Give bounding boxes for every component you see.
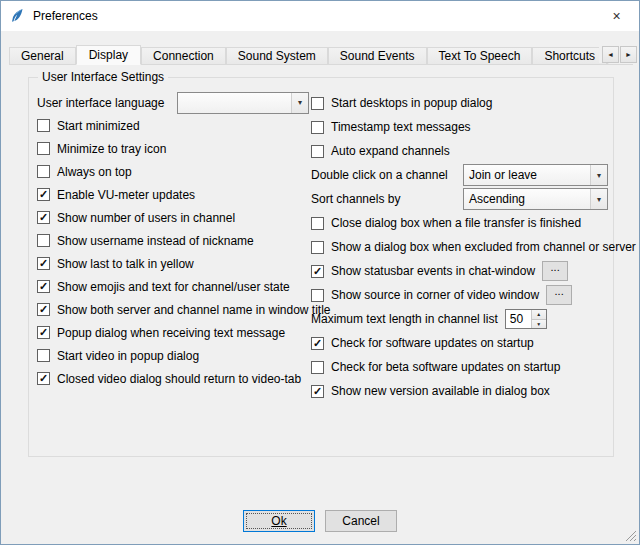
sort-channels-row: Sort channels by Ascending ▾ xyxy=(311,187,608,211)
checkbox-box: ✓ xyxy=(37,326,50,339)
sort-channels-combo[interactable]: Ascending ▾ xyxy=(463,188,608,210)
checkbox-emoji-text-state[interactable]: ✓ Show emojis and text for channel/user … xyxy=(37,275,309,298)
check-mark: ✓ xyxy=(39,281,48,292)
tab-scroll-left-button[interactable]: ◄ xyxy=(602,46,619,63)
checkbox-box: ✓ xyxy=(37,211,50,224)
statusbar-events-row: ✓ Show statusbar events in chat-window .… xyxy=(311,259,608,283)
ok-button[interactable]: Ok xyxy=(243,510,315,532)
checkbox-popup-text-message[interactable]: ✓ Popup dialog when receiving text messa… xyxy=(37,321,309,344)
video-source-config-button[interactable]: ... xyxy=(546,285,572,305)
checkbox-close-filetransfer-dialog[interactable]: Close dialog box when a file transfer is… xyxy=(311,211,608,235)
checkbox-box: ✓ xyxy=(37,257,50,270)
checkbox-box: ✓ xyxy=(37,188,50,201)
checkbox-timestamp-messages[interactable]: Timestamp text messages xyxy=(311,115,608,139)
tab-text-to-speech[interactable]: Text To Speech xyxy=(427,47,533,64)
checkbox-label: Show number of users in channel xyxy=(57,211,235,225)
checkbox-box xyxy=(37,119,50,132)
max-text-length-row: Maximum text length in channel list 50 ▲… xyxy=(311,307,608,331)
spin-value: 50 xyxy=(506,310,531,328)
checkbox-box xyxy=(311,97,324,110)
cancel-button-label: Cancel xyxy=(342,514,379,528)
sort-channels-label: Sort channels by xyxy=(311,192,400,206)
tab-label: Text To Speech xyxy=(439,49,521,63)
spin-up-button[interactable]: ▲ xyxy=(532,310,546,320)
checkbox-label: Show statusbar events in chat-window xyxy=(331,264,535,278)
spin-down-button[interactable]: ▼ xyxy=(532,320,546,329)
check-mark: ✓ xyxy=(39,304,48,315)
tab-label: Display xyxy=(89,48,128,62)
checkbox-label: Show emojis and text for channel/user st… xyxy=(57,280,290,294)
checkbox-label: Popup dialog when receiving text message xyxy=(57,326,285,340)
checkbox-video-source-corner[interactable] xyxy=(311,289,324,302)
close-button[interactable]: × xyxy=(594,1,639,30)
checkbox-label: Show a dialog box when excluded from cha… xyxy=(331,240,636,254)
statusbar-config-button[interactable]: ... xyxy=(542,261,568,281)
checkbox-vu-meter-updates[interactable]: ✓ Enable VU-meter updates xyxy=(37,183,309,206)
checkbox-label: Minimize to tray icon xyxy=(57,142,166,156)
checkbox-desktops-popup[interactable]: Start desktops in popup dialog xyxy=(311,91,608,115)
checkbox-box: ✓ xyxy=(37,280,50,293)
checkbox-show-username[interactable]: Show username instead of nickname xyxy=(37,229,309,252)
language-combo[interactable]: ▾ xyxy=(177,92,309,114)
tab-connection[interactable]: Connection xyxy=(141,47,226,64)
chevron-down-icon: ▾ xyxy=(590,165,607,185)
checkbox-video-return-tab[interactable]: ✓ Closed video dialog should return to v… xyxy=(37,367,309,390)
tab-shortcuts[interactable]: Shortcuts xyxy=(532,47,607,64)
tab-label: Connection xyxy=(153,49,214,63)
checkbox-label: Close dialog box when a file transfer is… xyxy=(331,216,581,230)
combo-value: Join or leave xyxy=(469,168,537,182)
checkbox-label: Show both server and channel name in win… xyxy=(57,303,331,317)
checkbox-box: ✓ xyxy=(311,337,324,350)
checkbox-box xyxy=(37,165,50,178)
cancel-button[interactable]: Cancel xyxy=(325,510,397,532)
resize-grip[interactable] xyxy=(625,530,637,542)
checkbox-last-talk-yellow[interactable]: ✓ Show last to talk in yellow xyxy=(37,252,309,275)
check-mark: ✓ xyxy=(313,338,322,349)
preferences-dialog: Preferences × General Display Connection… xyxy=(0,0,640,545)
check-mark: ✓ xyxy=(313,266,322,277)
checkbox-label: Closed video dialog should return to vid… xyxy=(57,372,301,386)
checkbox-new-version-dialog[interactable]: ✓ Show new version available in dialog b… xyxy=(311,379,608,403)
check-mark: ✓ xyxy=(39,258,48,269)
arrow-down-icon: ▼ xyxy=(536,321,541,327)
group-title: User Interface Settings xyxy=(38,70,168,84)
checkbox-always-on-top[interactable]: Always on top xyxy=(37,160,309,183)
chevron-down-icon: ▾ xyxy=(291,93,308,113)
checkbox-server-channel-title[interactable]: ✓ Show both server and channel name in w… xyxy=(37,298,309,321)
checkbox-box: ✓ xyxy=(37,303,50,316)
checkbox-check-updates[interactable]: ✓ Check for software updates on startup xyxy=(311,331,608,355)
double-click-channel-combo[interactable]: Join or leave ▾ xyxy=(463,164,608,186)
tab-sound-system[interactable]: Sound System xyxy=(226,47,328,64)
checkbox-label: Show new version available in dialog box xyxy=(331,384,550,398)
checkbox-show-user-count[interactable]: ✓ Show number of users in channel xyxy=(37,206,309,229)
checkbox-label: Start video in popup dialog xyxy=(57,349,199,363)
chevron-down-icon: ▾ xyxy=(590,189,607,209)
checkbox-label: Show last to talk in yellow xyxy=(57,257,194,271)
checkbox-label: Enable VU-meter updates xyxy=(57,188,195,202)
tab-strip: General Display Connection Sound System … xyxy=(9,45,609,65)
tab-label: Sound Events xyxy=(340,49,415,63)
tab-display[interactable]: Display xyxy=(76,45,141,65)
checkbox-excluded-dialog[interactable]: Show a dialog box when excluded from cha… xyxy=(311,235,608,259)
checkbox-box xyxy=(311,361,324,374)
spin-buttons: ▲ ▼ xyxy=(531,310,546,328)
tab-scroll-right-button[interactable]: ► xyxy=(620,46,637,63)
checkbox-box xyxy=(37,234,50,247)
checkbox-minimize-to-tray[interactable]: Minimize to tray icon xyxy=(37,137,309,160)
app-feather-icon xyxy=(9,8,25,24)
tab-label: Sound System xyxy=(238,49,316,63)
checkbox-start-minimized[interactable]: Start minimized xyxy=(37,114,309,137)
ellipsis-icon: ... xyxy=(555,286,564,296)
max-text-length-spin[interactable]: 50 ▲ ▼ xyxy=(505,309,547,329)
checkbox-box xyxy=(311,217,324,230)
tab-sound-events[interactable]: Sound Events xyxy=(328,47,427,64)
checkbox-auto-expand-channels[interactable]: Auto expand channels xyxy=(311,139,608,163)
checkbox-statusbar-events[interactable]: ✓ xyxy=(311,265,324,278)
checkbox-check-beta-updates[interactable]: Check for beta software updates on start… xyxy=(311,355,608,379)
checkbox-video-popup[interactable]: Start video in popup dialog xyxy=(37,344,309,367)
checkbox-box xyxy=(37,142,50,155)
tab-label: Shortcuts xyxy=(544,49,595,63)
tab-general[interactable]: General xyxy=(9,47,76,64)
video-source-row: Show source in corner of video window ..… xyxy=(311,283,608,307)
title-bar[interactable]: Preferences xyxy=(1,1,639,31)
